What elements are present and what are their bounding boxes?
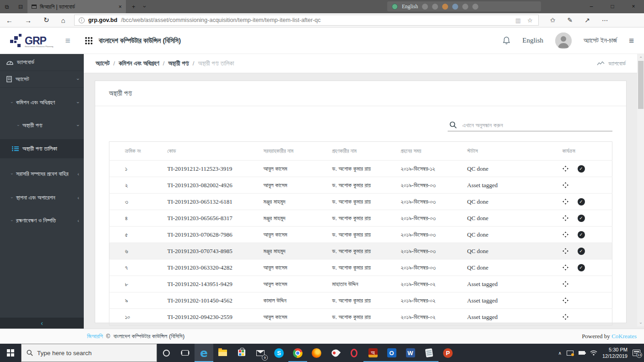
cell-status: Asset tagged <box>463 177 558 194</box>
taskbar-search[interactable]: Type here to search <box>21 344 157 362</box>
share-icon[interactable]: ↗ <box>579 16 596 24</box>
taskbar-chrome-button[interactable] <box>288 344 307 362</box>
scroll-up-icon[interactable]: › <box>638 57 644 58</box>
qc-done-check-icon[interactable]: ✓ <box>578 264 585 271</box>
reading-view-icon[interactable]: ▥ <box>514 17 522 24</box>
qc-done-check-icon[interactable]: ✓ <box>578 198 585 205</box>
move-action-icon[interactable] <box>563 297 568 303</box>
taskbar-notepad-button[interactable] <box>420 344 438 362</box>
taskbar-skype-button[interactable]: S <box>270 344 288 362</box>
overlay-icon[interactable] <box>452 4 458 10</box>
breadcrumb-item[interactable]: অ্যাসেট <box>96 60 109 67</box>
back-icon[interactable]: ← <box>0 16 19 24</box>
sidebar-toggle-icon[interactable]: ≡ <box>65 36 70 46</box>
action-center-icon[interactable]: 13 <box>633 350 640 356</box>
more-options-icon[interactable]: ⋯ <box>596 16 614 24</box>
hub-icon[interactable]: ✩ <box>544 16 562 24</box>
refresh-icon[interactable]: ↻ <box>38 16 55 24</box>
taskbar-mail-button[interactable]: 9 <box>251 344 270 362</box>
site-info-icon[interactable]: i <box>79 17 85 23</box>
overlay-info-icon[interactable] <box>472 4 478 10</box>
window-minimize-button[interactable]: – <box>581 0 602 13</box>
move-action-icon[interactable] <box>563 215 568 221</box>
move-action-icon[interactable] <box>563 248 568 254</box>
window-maximize-button[interactable]: □ <box>602 0 623 13</box>
cell-date: ২০১৯-ডিসেম্বর-০৩ <box>396 259 463 276</box>
sidebar-collapse-button[interactable]: ‹ <box>0 318 84 329</box>
move-action-icon[interactable] <box>563 166 568 172</box>
move-action-icon[interactable] <box>563 281 568 287</box>
window-close-button[interactable]: × <box>623 0 644 13</box>
sidebar-item-6[interactable]: ›স্থাপনা এবং অপারেশন‹ <box>0 189 84 206</box>
sidebar-item-3[interactable]: ›অস্থায়ী পণ্য› <box>0 117 84 134</box>
overlay-icon[interactable] <box>432 4 438 10</box>
sidebar-item-7[interactable]: ›রক্ষণাবেক্ষণ ও নিষ্পত্তি‹ <box>0 212 84 229</box>
move-action-icon[interactable] <box>563 199 568 205</box>
qc-done-check-icon[interactable]: ✓ <box>578 248 585 255</box>
home-icon[interactable]: ⌂ <box>55 16 71 24</box>
page-scrollbar[interactable]: › › <box>637 54 644 326</box>
language-switcher[interactable]: English <box>522 37 543 44</box>
url-field[interactable]: i grp.gov.bd /bcc/web/ast/asset/commissi… <box>74 15 539 26</box>
taskbar-task-view-button[interactable] <box>176 344 195 362</box>
favorite-star-icon[interactable]: ☆ <box>526 17 534 24</box>
qc-done-check-icon[interactable]: ✓ <box>578 215 585 222</box>
sidebar-item-5[interactable]: ›সরাসরি সম্পদের প্রবেশ বাহির‹ <box>0 165 84 183</box>
move-action-icon[interactable] <box>563 232 568 238</box>
taskbar-file-explorer-button[interactable] <box>213 344 232 362</box>
dashboard-shortcut[interactable]: ড্যাশবোর্ড <box>597 60 626 67</box>
sidebar-item-4[interactable]: অস্থায়ী পণ্য তালিকা <box>0 139 84 158</box>
tab-close-icon[interactable]: × <box>119 4 122 10</box>
taskbar-word-button[interactable]: W <box>401 344 420 362</box>
move-action-icon[interactable] <box>563 314 568 320</box>
wifi-icon[interactable] <box>590 350 597 356</box>
taskbar-cortana-button[interactable] <box>157 344 176 362</box>
table-row: ১TI-20191212-112523-3919আবুল কাসেমড. অশো… <box>109 161 612 177</box>
sidebar-item-2[interactable]: ›কমিশন এবং অধিগ্রহণ› <box>0 94 84 111</box>
web-note-pen-icon[interactable]: ✎ <box>561 16 579 24</box>
qc-done-check-icon[interactable]: ✓ <box>578 231 585 238</box>
tray-expand-chevron-icon[interactable]: ∧ <box>558 351 562 356</box>
taskbar-clock[interactable]: 5:30 PM 12/12/2019 <box>602 346 628 360</box>
breadcrumb-item[interactable]: অস্থায়ী পণ্য <box>168 60 189 67</box>
sidebar-item-1[interactable]: অ্যাসেট› <box>0 71 84 88</box>
user-avatar[interactable] <box>555 32 572 49</box>
sidebar-item-0[interactable]: ড্যাশবোর্ড <box>0 54 84 71</box>
tab-preview-icon[interactable]: ⊟ <box>14 4 27 10</box>
breadcrumb-item[interactable]: কমিশন এবং অধিগ্রহণ <box>119 60 159 67</box>
taskbar-avro-keyboard-button[interactable] <box>326 344 345 362</box>
scroll-down-icon[interactable]: › <box>638 323 644 324</box>
browser-tab[interactable]: জিআরপি | ড্যাশবোর্ড × <box>27 0 126 13</box>
taskbar-bangla-keyboard-button[interactable]: অ <box>363 344 382 362</box>
move-action-icon[interactable] <box>563 265 568 270</box>
footer-brand-link[interactable]: জিআরপি <box>87 333 103 340</box>
overlay-help-icon[interactable] <box>462 4 468 10</box>
search-input[interactable] <box>462 122 611 129</box>
notification-bell-icon[interactable] <box>503 36 510 45</box>
taskbar-edge-button[interactable]: e <box>195 344 213 362</box>
new-tab-button[interactable]: + <box>129 3 139 10</box>
display-notification-icon[interactable] <box>567 351 574 356</box>
taskbar-outlook-button[interactable]: O <box>382 344 401 362</box>
grp-logo[interactable]: GRP Government Resource Planning <box>10 34 54 48</box>
overlay-icon[interactable] <box>422 4 428 10</box>
app-grid-icon[interactable] <box>85 37 92 44</box>
taskbar-opera-button[interactable] <box>345 344 363 362</box>
taskbar-firefox-button[interactable] <box>307 344 326 362</box>
translate-icon[interactable] <box>392 4 398 10</box>
battery-icon[interactable] <box>579 351 585 355</box>
scrollbar-thumb[interactable] <box>638 61 644 109</box>
start-button[interactable] <box>0 344 21 362</box>
settings-menu-icon[interactable]: ≡ <box>629 36 634 46</box>
forward-icon[interactable]: → <box>19 16 38 24</box>
set-aside-tabs-icon[interactable]: ⧉ <box>0 4 14 10</box>
overlay-icon[interactable] <box>442 4 448 10</box>
taskbar-store-button[interactable] <box>232 344 251 362</box>
user-role-label[interactable]: অ্যাসেট ইন-চার্জ <box>584 37 617 44</box>
move-action-icon[interactable] <box>563 182 568 188</box>
cokreates-link[interactable]: CoKreates <box>612 333 637 340</box>
taskbar-powerpoint-button[interactable]: P <box>438 344 457 362</box>
tab-list-chevron-icon[interactable]: › <box>141 2 148 11</box>
main-area: অ্যাসেট/কমিশন এবং অধিগ্রহণ/অস্থায়ী পণ্য… <box>84 54 644 329</box>
qc-done-check-icon[interactable]: ✓ <box>578 165 585 173</box>
